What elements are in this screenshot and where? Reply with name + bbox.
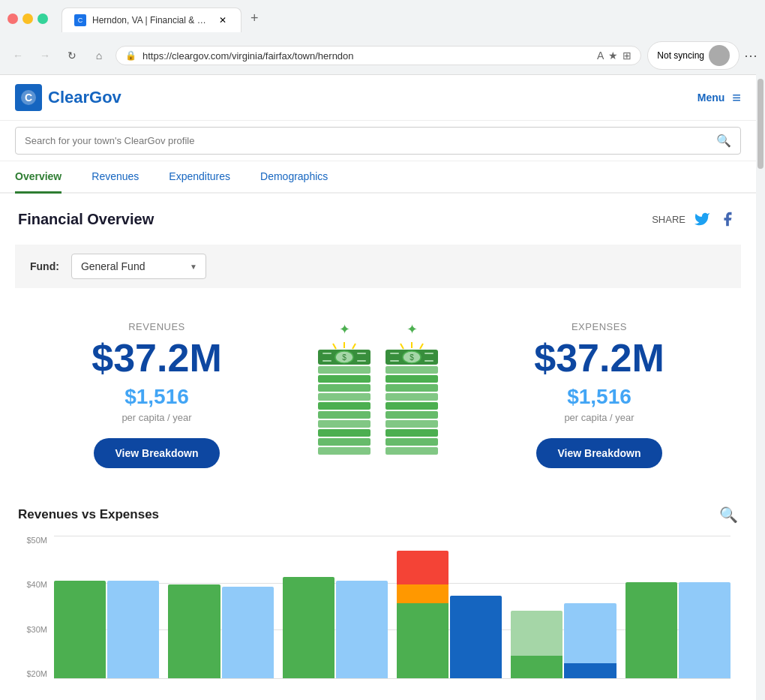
chart-area	[54, 536, 730, 678]
app-header: C ClearGov Menu ≡	[0, 75, 756, 121]
svg-line-21	[352, 344, 356, 349]
svg-rect-5	[318, 420, 370, 428]
browser-actions: Not syncing ⋯	[647, 41, 758, 70]
fund-bar: Fund: General FundSpecial RevenueDebt Se…	[15, 245, 741, 288]
bar-1-green	[54, 581, 106, 678]
bar-4-green	[397, 603, 448, 678]
hamburger-icon[interactable]: ≡	[732, 89, 741, 107]
svg-rect-35	[390, 353, 399, 354]
svg-rect-38	[424, 360, 434, 362]
tab-close-button[interactable]: ✕	[217, 14, 229, 26]
revenues-label: REVENUES	[18, 321, 296, 332]
back-button[interactable]: ←	[8, 45, 28, 66]
y-label-30: $30M	[26, 625, 47, 634]
bar-5-blue-light	[564, 603, 616, 663]
new-tab-button[interactable]: +	[244, 5, 265, 32]
bar-group-1	[54, 581, 159, 678]
window-controls: ✕ − □	[8, 14, 48, 24]
fund-select[interactable]: General FundSpecial RevenueDebt ServiceC…	[71, 254, 206, 279]
bar-group-3	[283, 577, 388, 678]
fund-select-wrap[interactable]: General FundSpecial RevenueDebt ServiceC…	[71, 254, 206, 279]
close-window-button[interactable]: ✕	[8, 14, 18, 24]
expenses-amount: $37.2M	[460, 338, 738, 377]
svg-rect-22	[386, 447, 438, 455]
svg-rect-28	[386, 393, 438, 401]
svg-rect-4	[318, 429, 370, 437]
profile-icon	[709, 45, 730, 66]
browser-title-bar: ✕ − □ C Herndon, VA | Financial & Demo..…	[0, 0, 765, 37]
chart-header: Revenues vs Expenses 🔍	[18, 506, 738, 524]
svg-rect-10	[318, 375, 370, 383]
y-label-40: $40M	[26, 580, 47, 589]
bar-3-green	[283, 577, 334, 678]
bar-6-blue-light	[679, 582, 730, 678]
twitter-share-button[interactable]	[692, 209, 712, 230]
forward-button[interactable]: →	[34, 45, 56, 66]
svg-rect-23	[386, 438, 438, 446]
money-stacks: ✦	[296, 321, 460, 455]
main-content: Financial Overview SHARE Fund: General F…	[0, 194, 756, 700]
page-scrollbar[interactable]	[756, 64, 765, 700]
stack-rays-left: ✦	[339, 321, 350, 338]
svg-rect-24	[386, 429, 438, 437]
bar-group-4	[397, 551, 502, 678]
app-container: C ClearGov Menu ≡ 🔍 Overview Revenues Ex…	[0, 75, 756, 700]
sync-button[interactable]: Not syncing	[647, 41, 740, 70]
search-input[interactable]	[25, 135, 710, 146]
sync-label: Not syncing	[657, 50, 704, 61]
address-bar: ← → ↻ ⌂ 🔒 https://cleargov.com/virginia/…	[0, 37, 765, 74]
svg-rect-36	[424, 353, 434, 354]
svg-rect-31	[386, 366, 438, 374]
share-label: SHARE	[652, 214, 686, 225]
money-stack-svg-left: $	[318, 342, 370, 455]
refresh-button[interactable]: ↻	[62, 45, 82, 66]
search-bar: 🔍	[0, 121, 756, 161]
bars-container	[54, 536, 730, 678]
minimize-window-button[interactable]: −	[22, 14, 33, 24]
header-right: Menu ≡	[698, 89, 741, 107]
svg-rect-18	[357, 360, 366, 362]
bar-1-blue	[107, 581, 159, 678]
revenues-amount: $37.2M	[18, 338, 296, 377]
home-button[interactable]: ⌂	[88, 45, 110, 66]
tab-expenditures[interactable]: Expenditures	[169, 161, 230, 194]
tab-favicon: C	[74, 14, 86, 26]
stack-rays-right: ✦	[406, 321, 418, 338]
revenues-breakdown-button[interactable]: View Breakdown	[94, 438, 219, 468]
svg-rect-3	[318, 438, 370, 446]
svg-line-41	[420, 344, 423, 349]
maximize-window-button[interactable]: □	[38, 14, 48, 24]
svg-rect-16	[357, 353, 366, 354]
tab-demographics[interactable]: Demographics	[260, 161, 328, 194]
tab-title-text: Herndon, VA | Financial & Demo...	[92, 15, 211, 26]
menu-label[interactable]: Menu	[698, 92, 725, 104]
tab-revenues[interactable]: Revenues	[92, 161, 139, 194]
bar-4-orange	[397, 584, 448, 603]
search-input-wrap[interactable]: 🔍	[15, 127, 741, 155]
tab-overview[interactable]: Overview	[15, 161, 62, 194]
svg-text:$: $	[342, 353, 346, 362]
bar-4-red	[397, 551, 448, 584]
fund-label: Fund:	[30, 260, 59, 272]
bar-2-green	[168, 584, 220, 678]
svg-rect-15	[322, 353, 332, 354]
financials-section: REVENUES $37.2M $1,516 per capita / year…	[18, 306, 738, 491]
svg-text:C: C	[25, 92, 32, 104]
url-text: https://cleargov.com/virginia/fairfax/to…	[142, 50, 591, 62]
browser-menu-button[interactable]: ⋯	[744, 47, 758, 64]
expenses-breakdown-button[interactable]: View Breakdown	[536, 438, 662, 468]
active-tab[interactable]: C Herndon, VA | Financial & Demo... ✕	[62, 8, 242, 32]
bar-3-blue-light	[336, 581, 388, 678]
overview-header: Financial Overview SHARE	[18, 209, 738, 230]
browser-chrome: ✕ − □ C Herndon, VA | Financial & Demo..…	[0, 0, 765, 75]
zoom-icon[interactable]: 🔍	[719, 506, 738, 524]
collection-icon: ⊞	[622, 50, 632, 62]
svg-rect-27	[386, 402, 438, 410]
svg-rect-29	[386, 384, 438, 392]
facebook-share-button[interactable]	[717, 209, 738, 230]
revenues-per-capita: $1,516	[18, 385, 296, 409]
y-label-20: $20M	[26, 669, 47, 678]
url-bar[interactable]: 🔒 https://cleargov.com/virginia/fairfax/…	[116, 46, 641, 65]
search-icon[interactable]: 🔍	[716, 134, 731, 148]
bookmark-icon: ★	[608, 50, 618, 62]
